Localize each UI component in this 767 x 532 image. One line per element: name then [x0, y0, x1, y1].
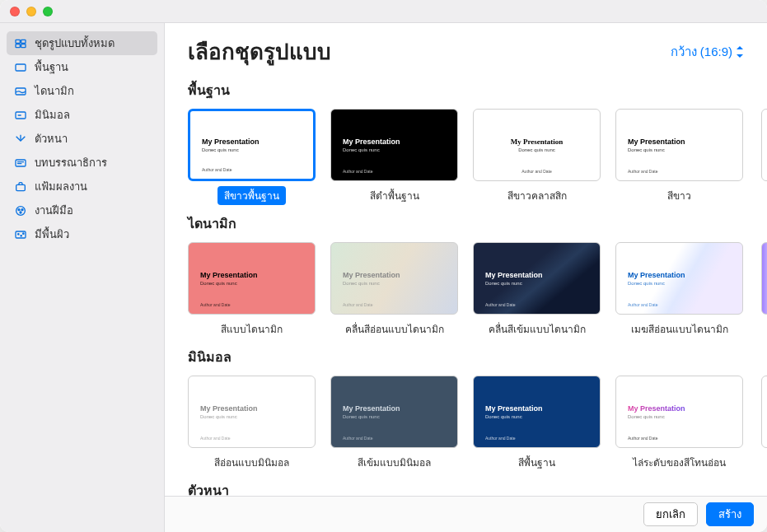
theme-thumbnail: My Presentation Donec quis nunc Author a…	[188, 242, 316, 315]
theme-label	[758, 453, 767, 468]
minimize-button[interactable]	[26, 7, 36, 16]
theme-row: My Presentation Donec quis nunc Author a…	[188, 109, 767, 205]
aspect-ratio-select[interactable]: กว้าง (16:9)	[671, 42, 744, 62]
sidebar-item-dynamic[interactable]: ไดนามิก	[7, 79, 157, 103]
theme-row: My Presentation Donec quis nunc Author a…	[188, 242, 767, 338]
svg-point-12	[16, 206, 26, 215]
main-pane: เลือกชุดรูปแบบ กว้าง (16:9) พื้นฐาน My P…	[165, 23, 767, 532]
thumb-title: My Presentation	[628, 404, 731, 413]
svg-rect-3	[21, 44, 26, 47]
craft-icon	[13, 203, 28, 218]
thumb-footer: Author and Date	[343, 302, 372, 307]
svg-rect-4	[16, 64, 26, 71]
theme-thumbnail	[761, 242, 767, 315]
theme-card[interactable]: My Presentation Donec quis nunc Author a…	[330, 376, 458, 472]
theme-thumbnail: My Presentation Donec quis nunc Author a…	[473, 376, 601, 448]
sidebar-item-label: งานฝีมือ	[35, 202, 73, 219]
thumb-footer: Author and Date	[343, 169, 372, 174]
theme-card[interactable]: My Presentation Donec quis nunc Author a…	[615, 376, 743, 472]
sidebar-item-textured[interactable]: มีพื้นผิว	[7, 222, 157, 246]
svg-rect-1	[21, 40, 26, 43]
theme-thumbnail	[761, 376, 767, 448]
sidebar-item-bold[interactable]: ตัวหนา	[7, 127, 157, 151]
section-title: พื้นฐาน	[188, 80, 767, 100]
thumb-footer: Author and Date	[200, 436, 230, 441]
thumb-footer: Author and Date	[628, 169, 657, 174]
updown-chevron-icon	[736, 46, 744, 58]
svg-rect-16	[16, 231, 26, 238]
theme-card[interactable]: My Presentation Donec quis nunc Author a…	[330, 109, 458, 205]
thumb-subtitle: Donec quis nunc	[200, 414, 303, 419]
sidebar-item-themes[interactable]: ชุดรูปแบบทั้งหมด	[7, 31, 157, 55]
close-button[interactable]	[10, 7, 20, 16]
theme-label: สีอ่อนแบบมินิมอล	[208, 453, 296, 472]
theme-label: สีแบบไดนามิก	[214, 320, 289, 338]
theme-label: สีขาวคลาสสิก	[501, 186, 573, 205]
textured-icon	[13, 227, 28, 242]
thumb-subtitle: Donec quis nunc	[628, 147, 731, 152]
theme-thumbnail: My Presentation Donec quis nunc Author a…	[473, 109, 601, 181]
thumb-subtitle: Donec quis nunc	[485, 147, 588, 152]
theme-thumbnail: My Presentation Donec quis nunc Author a…	[615, 109, 743, 181]
thumb-title: My Presentation	[628, 138, 731, 146]
theme-card[interactable]: My Presentation Donec quis nunc Author a…	[473, 109, 601, 205]
fullscreen-button[interactable]	[43, 7, 53, 16]
sidebar-item-editorial[interactable]: บทบรรณาธิการ	[7, 151, 157, 175]
thumb-title: My Presentation	[200, 404, 303, 413]
theme-card-peek[interactable]	[758, 376, 767, 472]
portfolio-icon	[13, 180, 28, 194]
sidebar-item-basic[interactable]: พื้นฐาน	[7, 55, 157, 79]
theme-label: สีเข้มแบบมินิมอล	[351, 453, 437, 472]
section-title: ตัวหนา	[188, 480, 767, 496]
theme-card[interactable]: My Presentation Donec quis nunc Author a…	[330, 242, 458, 338]
section-title: มินิมอล	[188, 347, 767, 367]
theme-card-peek[interactable]	[758, 242, 767, 338]
theme-thumbnail	[761, 109, 767, 181]
theme-thumbnail: My Presentation Donec quis nunc Author a…	[330, 242, 458, 315]
sidebar-item-portfolio[interactable]: แฟ้มผลงาน	[7, 175, 157, 198]
theme-card[interactable]: My Presentation Donec quis nunc Author a…	[615, 242, 743, 338]
sidebar-item-minimal[interactable]: มินิมอล	[7, 103, 157, 127]
thumb-subtitle: Donec quis nunc	[200, 281, 303, 286]
sidebar-item-label: ตัวหนา	[35, 130, 68, 147]
theme-card[interactable]: My Presentation Donec quis nunc Author a…	[188, 376, 316, 472]
svg-point-14	[21, 208, 23, 210]
svg-point-17	[18, 233, 19, 234]
theme-card[interactable]: My Presentation Donec quis nunc Author a…	[188, 242, 316, 338]
theme-label: สีพื้นฐาน	[512, 453, 562, 472]
svg-point-15	[20, 212, 21, 213]
theme-card[interactable]: My Presentation Donec quis nunc Author a…	[473, 376, 601, 472]
thumb-title: My Presentation	[628, 271, 731, 279]
theme-label: สีขาวพื้นฐาน	[217, 186, 286, 205]
dynamic-icon	[13, 84, 28, 99]
theme-grid[interactable]: พื้นฐาน My Presentation Donec quis nunc …	[165, 72, 767, 496]
thumb-subtitle: Donec quis nunc	[202, 147, 302, 152]
theme-card[interactable]: My Presentation Donec quis nunc Author a…	[615, 109, 743, 205]
cancel-button[interactable]: ยกเลิก	[643, 502, 698, 526]
thumb-footer: Author and Date	[628, 302, 657, 307]
thumb-footer: Author and Date	[521, 169, 551, 174]
theme-thumbnail: My Presentation Donec quis nunc Author a…	[188, 109, 316, 181]
sidebar-item-label: ชุดรูปแบบทั้งหมด	[35, 35, 115, 52]
create-button[interactable]: สร้าง	[706, 502, 754, 526]
bold-icon	[13, 132, 28, 147]
svg-rect-0	[16, 40, 20, 43]
sidebar-item-label: มีพื้นผิว	[35, 226, 69, 243]
sidebar-item-label: พื้นฐาน	[35, 58, 68, 76]
theme-section: มินิมอล My Presentation Donec quis nunc …	[188, 347, 767, 472]
thumb-title: My Presentation	[485, 271, 588, 279]
sidebar-item-craft[interactable]: งานฝีมือ	[7, 198, 157, 222]
theme-card-peek[interactable]	[758, 109, 767, 205]
thumb-subtitle: Donec quis nunc	[485, 414, 588, 419]
theme-card[interactable]: My Presentation Donec quis nunc Author a…	[188, 109, 316, 205]
theme-label: สีขาว	[661, 186, 698, 205]
footer: ยกเลิก สร้าง	[165, 496, 767, 532]
thumb-title: My Presentation	[202, 138, 302, 146]
thumb-title: My Presentation	[200, 271, 303, 279]
window-body: ชุดรูปแบบทั้งหมดพื้นฐานไดนามิกมินิมอลตัว…	[0, 23, 767, 532]
svg-point-13	[18, 208, 20, 210]
sidebar-item-label: บทบรรณาธิการ	[35, 154, 107, 171]
theme-card[interactable]: My Presentation Donec quis nunc Author a…	[473, 242, 601, 338]
theme-label: เมฆสีอ่อนแบบไดนามิก	[624, 320, 735, 338]
theme-section: ตัวหนา	[188, 480, 767, 496]
